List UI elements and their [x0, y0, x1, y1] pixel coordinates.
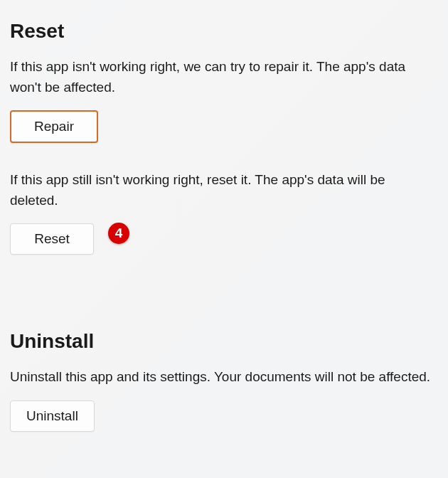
uninstall-description: Uninstall this app and its settings. You…	[10, 367, 437, 388]
repair-button-wrapper: Repair 4	[10, 110, 98, 170]
reset-button[interactable]: Reset	[10, 223, 94, 255]
repair-description: If this app isn't working right, we can …	[10, 57, 437, 97]
reset-section: Reset If this app isn't working right, w…	[10, 20, 438, 282]
callout-badge: 4	[108, 223, 129, 244]
uninstall-section: Uninstall Uninstall this app and its set…	[10, 330, 438, 459]
reset-description: If this app still isn't working right, r…	[10, 170, 437, 211]
uninstall-button[interactable]: Uninstall	[10, 400, 95, 432]
uninstall-heading: Uninstall	[10, 330, 438, 353]
repair-button[interactable]: Repair	[10, 110, 98, 143]
reset-heading: Reset	[10, 20, 438, 43]
